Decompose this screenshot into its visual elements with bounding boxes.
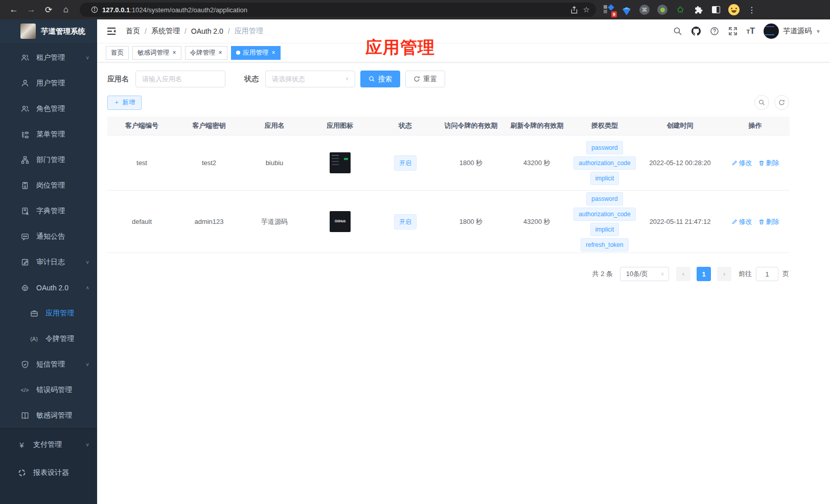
browser-forward-icon[interactable]: → [24,3,38,17]
app-name-input[interactable] [135,71,225,87]
cell-app-icon: GitHub [307,211,373,232]
app-icon-thumbnail: GitHub [330,211,351,232]
cell-actions: 修改 删除 [721,217,790,226]
browser-back-icon[interactable]: ← [7,3,21,17]
cell-access-validity: 1800 秒 [438,217,504,226]
sidebar-item-dept[interactable]: 部门管理 [0,147,97,173]
browser-refresh-icon[interactable]: ⟳ [41,3,56,17]
status-placeholder: 请选择状态 [272,75,305,84]
close-tab-icon[interactable]: × [173,49,176,56]
trash-icon [758,219,765,225]
col-refresh-token-validity: 刷新令牌的有效期 [504,121,570,130]
edit-button[interactable]: 修改 [731,217,752,226]
sidebar-item-oauth[interactable]: OAuth 2.0 ˄ [0,275,97,301]
sidebar-item-audit-log[interactable]: 审计日志 ˅ [0,249,97,275]
app-icon-thumbnail [330,152,351,173]
goto-label: 前往 [739,269,752,279]
users-icon [20,54,29,62]
cell-client-id: default [107,218,176,225]
edit-pencil-icon [731,219,737,225]
sidebar-item-label: 敏感词管理 [36,411,89,420]
tab-application[interactable]: 应用管理 × [231,46,281,60]
plus-icon: ＋ [113,98,120,107]
sidebar-item-dict[interactable]: 字典管理 [0,198,97,224]
current-page-button[interactable]: 1 [697,267,711,281]
sidebar-item-report-designer[interactable]: 报表设计器 [0,460,97,486]
status-select[interactable]: 请选择状态 ˅ [265,71,355,87]
page-jump-input[interactable] [756,267,778,281]
sidebar-item-oauth-token[interactable]: (A) 令牌管理 [0,326,97,352]
extension-star-icon[interactable]: ✩ [675,4,686,15]
extension-gem-icon[interactable] [621,4,632,15]
sidebar-item-sms[interactable]: 短信管理 ˅ [0,352,97,377]
sidebar-item-sensitive-words[interactable]: 敏感词管理 [0,403,97,428]
tab-home[interactable]: 首页 [106,46,129,60]
delete-button[interactable]: 删除 [758,158,779,168]
table-row: test test2 biubiu 开启 1800 秒 43200 秒 pass… [107,135,790,191]
bookmark-star-icon[interactable]: ☆ [583,5,590,14]
search-button[interactable]: 搜索 [360,71,400,87]
toolbar-utilities [754,95,789,110]
col-actions: 操作 [721,121,790,130]
extension-record-icon[interactable] [657,4,668,15]
add-button-label: 新增 [123,98,135,107]
help-icon[interactable] [710,27,720,36]
sidebar-fold-icon[interactable] [106,26,117,36]
breadcrumb-oauth[interactable]: OAuth 2.0 [191,27,223,35]
annotation-text: 应用管理 [365,36,435,59]
user-menu[interactable]: 芋道源码 ▼ [764,24,821,39]
browser-home-icon[interactable]: ⌂ [59,3,73,17]
delete-button[interactable]: 删除 [758,217,779,226]
add-button[interactable]: ＋ 新增 [107,96,142,110]
github-thumb-text: GitHub [332,220,349,223]
side-panel-icon[interactable] [710,4,722,15]
sidebar-item-oauth-application[interactable]: 应用管理 [0,301,97,326]
extension-grid-icon[interactable]: ⌘ [639,4,650,15]
extension-tabs-icon[interactable]: 9 [603,4,614,15]
applications-table: 客户端编号 客户端密钥 应用名 应用图标 状态 访问令牌的有效期 刷新令牌的有效… [107,117,790,253]
sidebar-nav: 租户管理 ˅ 用户管理 角色管理 菜单管理 部门管理 岗位管理 [0,43,97,504]
sidebar-item-label: 用户管理 [36,79,89,88]
main-area: 应用管理 首页 / 系统管理 / OAuth 2.0 / 应用管理 [97,19,830,504]
grant-type-tag: authorization_code [573,156,635,170]
sidebar-item-menu[interactable]: 菜单管理 [0,122,97,147]
edit-pencil-icon [731,160,737,166]
app-logo[interactable]: 芋道管理系统 [0,19,97,43]
close-tab-icon[interactable]: × [272,49,275,56]
reset-button[interactable]: 重置 [405,71,445,87]
breadcrumb-system[interactable]: 系统管理 [151,27,180,36]
page-content: 应用名 状态 请选择状态 ˅ 搜索 重置 [97,62,830,504]
sidebar-item-notice[interactable]: 通知公告 [0,224,97,249]
breadcrumb-home[interactable]: 首页 [126,27,140,36]
sidebar-item-label: OAuth 2.0 [36,284,86,292]
sidebar-item-role[interactable]: 角色管理 [0,96,97,122]
sidebar-item-payment[interactable]: ¥ 支付管理 ˅ [0,432,97,457]
site-info-icon[interactable] [91,6,98,13]
table-toolbar: ＋ 新增 [107,95,820,110]
tab-sensitive-words[interactable]: 敏感词管理 × [132,46,181,60]
close-tab-icon[interactable]: × [219,49,222,56]
sidebar-item-error-code[interactable]: </> 错误码管理 [0,377,97,403]
fullscreen-icon[interactable] [728,27,738,36]
toggle-search-button[interactable] [754,95,769,110]
address-bar[interactable]: 127.0.0.1:1024/system/oauth2/oauth2/appl… [80,3,596,17]
page-size-select[interactable]: 10条/页 ˅ [620,267,669,281]
sidebar-item-user[interactable]: 用户管理 [0,71,97,96]
search-icon[interactable] [673,27,683,36]
browser-menu-icon[interactable]: ⋮ [745,3,759,17]
sidebar-item-label: 应用管理 [45,309,89,318]
refresh-table-button[interactable] [774,95,789,110]
github-icon[interactable] [691,27,701,36]
font-size-icon[interactable]: TT [747,27,755,36]
chevron-down-icon: ˅ [86,55,89,61]
next-page-button[interactable]: › [717,267,731,281]
tab-token[interactable]: 令牌管理 × [185,46,227,60]
prev-page-button[interactable]: ‹ [676,267,690,281]
share-icon[interactable] [570,6,578,14]
sidebar-item-tenant[interactable]: 租户管理 ˅ [0,45,97,71]
sidebar-item-post[interactable]: 岗位管理 [0,173,97,198]
extensions-puzzle-icon[interactable] [693,4,704,15]
sidebar-item-label: 部门管理 [36,155,89,165]
profile-avatar-icon[interactable] [728,4,740,15]
edit-button[interactable]: 修改 [731,158,752,168]
